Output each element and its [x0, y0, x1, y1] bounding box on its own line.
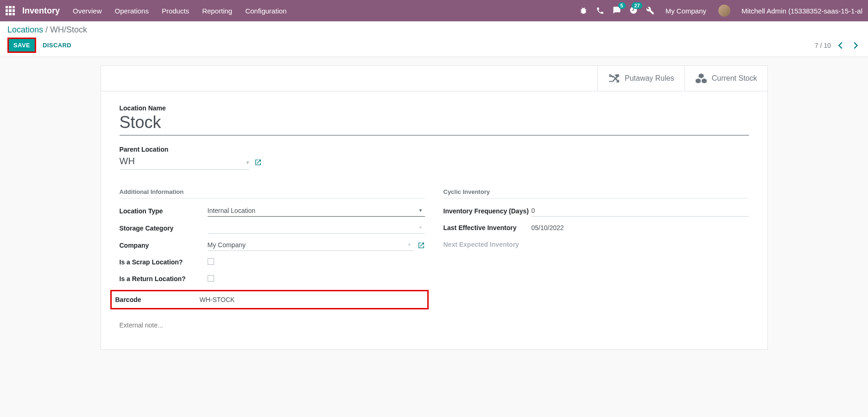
menu-operations[interactable]: Operations	[115, 7, 149, 15]
activities-button[interactable]: 27	[629, 6, 638, 16]
form-sheet: Putaway Rules Current Stock Location Nam…	[101, 65, 768, 350]
breadcrumb-current: WH/Stock	[50, 25, 87, 34]
menu-products[interactable]: Products	[162, 7, 189, 15]
messages-badge: 5	[618, 2, 626, 9]
location-type-label: Location Type	[120, 207, 208, 215]
next-inventory-label: Next Expected Inventory	[444, 241, 532, 248]
tools-icon[interactable]	[646, 6, 654, 15]
putaway-rules-button[interactable]: Putaway Rules	[597, 66, 684, 91]
current-stock-label: Current Stock	[712, 74, 757, 83]
right-tools: 5 27 My Company Mitchell Admin (15338352…	[579, 5, 862, 17]
storage-category-label: Storage Category	[120, 225, 208, 232]
breadcrumb-root[interactable]: Locations	[7, 25, 43, 34]
menu-overview[interactable]: Overview	[73, 7, 102, 15]
section-cyclic-inventory: Cyclic Inventory	[444, 188, 749, 199]
messages-button[interactable]: 5	[613, 6, 621, 16]
breadcrumb-sep: /	[43, 25, 50, 34]
storage-category-select[interactable]	[208, 222, 425, 234]
avatar[interactable]	[718, 5, 730, 17]
external-link-icon[interactable]	[418, 242, 425, 249]
scrap-location-label: Is a Scrap Location?	[120, 258, 208, 266]
breadcrumb: Locations / WH/Stock	[7, 25, 861, 35]
parent-location-label: Parent Location	[120, 146, 749, 153]
shuffle-icon	[608, 72, 620, 84]
barcode-highlight: Barcode	[110, 290, 429, 309]
return-location-checkbox[interactable]	[208, 275, 214, 282]
inventory-frequency-input[interactable]	[532, 205, 749, 217]
barcode-input[interactable]	[200, 294, 424, 305]
company-switcher[interactable]: My Company	[665, 7, 706, 15]
pager-next-icon[interactable]	[850, 40, 861, 51]
external-note-input[interactable]	[120, 320, 425, 331]
menu-reporting[interactable]: Reporting	[202, 7, 232, 15]
company-label: Company	[120, 242, 208, 249]
current-stock-button[interactable]: Current Stock	[684, 66, 767, 91]
location-type-select[interactable]	[208, 205, 425, 217]
pager-prev-icon[interactable]	[836, 40, 846, 51]
top-nav: Inventory Overview Operations Products R…	[0, 0, 868, 21]
external-link-icon[interactable]	[254, 159, 262, 166]
discard-button[interactable]: DISCARD	[43, 42, 71, 49]
location-name-label: Location Name	[120, 104, 749, 112]
putaway-rules-label: Putaway Rules	[625, 74, 674, 83]
scrap-location-checkbox[interactable]	[208, 258, 214, 265]
control-bar: Locations / WH/Stock SAVE DISCARD 7 / 10	[0, 21, 868, 57]
inventory-frequency-label: Inventory Frequency (Days)	[444, 207, 532, 215]
pager: 7 / 10	[815, 40, 861, 51]
activities-badge: 27	[632, 2, 642, 9]
phone-icon[interactable]	[596, 6, 604, 15]
apps-icon[interactable]	[6, 6, 15, 15]
bug-icon[interactable]	[579, 6, 588, 15]
company-select[interactable]	[208, 239, 414, 251]
brand[interactable]: Inventory	[22, 6, 60, 16]
stat-buttons: Putaway Rules Current Stock	[101, 66, 767, 91]
username[interactable]: Mitchell Admin (15338352-saas-15-1-al	[741, 7, 862, 15]
save-button[interactable]: SAVE	[7, 38, 36, 53]
location-name-input[interactable]	[120, 112, 749, 135]
return-location-label: Is a Return Location?	[120, 275, 208, 282]
barcode-label: Barcode	[115, 296, 200, 303]
last-inventory-label: Last Effective Inventory	[444, 224, 532, 231]
main-menu: Overview Operations Products Reporting C…	[73, 7, 286, 15]
menu-configuration[interactable]: Configuration	[245, 7, 286, 15]
cubes-icon	[695, 72, 707, 84]
last-inventory-value: 05/10/2022	[532, 224, 564, 231]
pager-text[interactable]: 7 / 10	[815, 42, 831, 49]
parent-location-input[interactable]	[120, 155, 249, 170]
section-additional-info: Additional Information	[120, 188, 425, 199]
